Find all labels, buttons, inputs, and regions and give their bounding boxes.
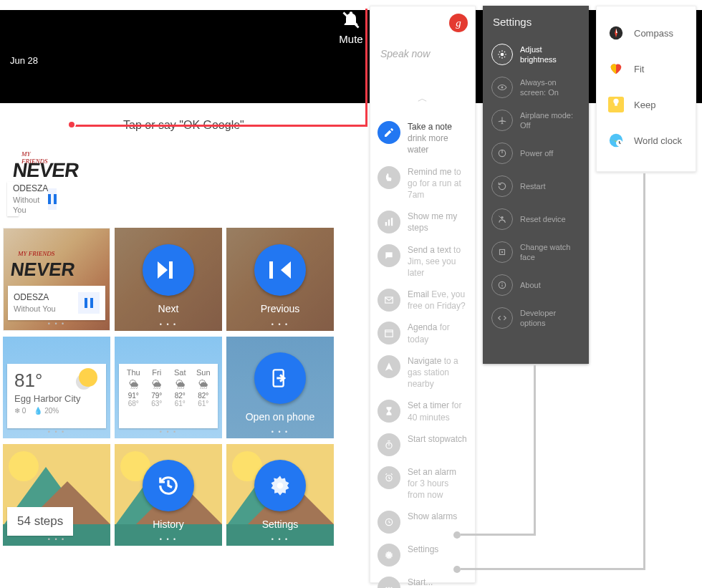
artwork-text: NEVER [11, 159, 80, 182]
open-on-phone-button[interactable] [254, 352, 306, 404]
voice-item[interactable]: Take a note drink more water [378, 121, 468, 156]
voice-item[interactable]: Show alarms [378, 511, 468, 534]
svg-rect-16 [385, 222, 387, 226]
info-icon [491, 274, 513, 296]
restart-icon [491, 175, 513, 197]
svg-marker-9 [158, 261, 168, 279]
svg-rect-5 [48, 194, 51, 204]
settings-item[interactable]: Developer options [490, 302, 582, 334]
compass-icon [605, 22, 627, 44]
next-button[interactable] [143, 244, 194, 296]
voice-item[interactable]: Start stopwatch [378, 433, 468, 456]
settings-item[interactable]: Reset device [490, 203, 582, 236]
app-label: Compass [634, 28, 673, 39]
voice-item-text: Start... [408, 577, 433, 588]
page-dots: • • • [48, 428, 65, 435]
settings-item[interactable]: Airplane mode: Off [490, 104, 582, 137]
humidity-value: 20% [44, 407, 59, 415]
exit-icon [270, 368, 290, 388]
open-on-phone-tile[interactable]: Open on phone • • • [226, 337, 334, 438]
voice-item[interactable]: Settings [378, 544, 468, 567]
voice-item[interactable]: Navigate to a gas station nearby [378, 355, 468, 390]
app-item[interactable]: World clock [605, 130, 687, 151]
settings-item[interactable]: About [490, 269, 582, 302]
weather-tile[interactable]: 81° Egg Harbor City ❄ 0 💧 20% • • • [3, 337, 110, 438]
page-dots: • • • [271, 321, 289, 328]
connector-line [72, 125, 365, 127]
app-item[interactable]: Keep [605, 94, 687, 115]
page-dots: • • • [48, 320, 65, 327]
settings-item-label: Change watch face [520, 242, 580, 263]
connector-line [643, 173, 645, 570]
history-button[interactable] [143, 460, 194, 511]
forecast-day: Sat🌦82°61° [168, 368, 192, 424]
settings-item[interactable]: Restart [490, 170, 582, 203]
settings-tile[interactable]: Settings • • • [226, 444, 334, 546]
voice-item-text: Navigate to a gas station nearby [408, 355, 468, 390]
location-label: Egg Harbor City [14, 393, 99, 404]
voice-item-text: Settings [408, 544, 438, 555]
keep-icon [605, 94, 627, 115]
prev-button[interactable] [254, 244, 306, 296]
fit-icon [605, 58, 627, 79]
forecast-day: Thu🌦91°68° [122, 368, 145, 424]
voice-item[interactable]: Email Eve, you free on Friday? [378, 289, 468, 312]
weather-card: 81° Egg Harbor City ❄ 0 💧 20% [7, 364, 106, 428]
voice-item[interactable]: Send a text to Jim, see you later [378, 244, 468, 279]
voice-item[interactable]: Set a timer for 40 minutes [378, 400, 468, 423]
now-playing-card[interactable]: ODESZA Without You [8, 286, 105, 320]
stopwatch-icon [378, 433, 400, 456]
history-tile[interactable]: History • • • [115, 444, 222, 546]
settings-item[interactable]: Always-on screen: On [490, 71, 582, 104]
svg-point-48 [501, 251, 503, 253]
forecast-tile[interactable]: Thu🌦91°68°Fri🌦79°63°Sat🌦82°61°Sun🌦82°61°… [115, 337, 222, 438]
track-label: Without You [14, 304, 56, 314]
artist-label: ODESZA [13, 183, 48, 195]
settings-item-label: Developer options [520, 308, 580, 329]
settings-button[interactable] [254, 460, 306, 511]
app-item[interactable]: Fit [605, 58, 687, 79]
voice-item[interactable]: Show me my steps [378, 211, 468, 233]
svg-line-40 [499, 57, 500, 57]
app-label: World clock [634, 135, 682, 146]
voice-item-text: Start stopwatch [408, 433, 467, 445]
worldclock-icon [605, 130, 627, 151]
connector-dot [453, 531, 461, 539]
settings-item[interactable]: Power off [490, 137, 582, 170]
skip-prev-icon [269, 261, 291, 279]
now-playing-card[interactable]: ODESZA Without You [7, 182, 19, 216]
settings-item[interactable]: Change watch face [490, 236, 582, 269]
chevron-up-icon[interactable]: ︿ [418, 92, 428, 105]
media-next-tile[interactable]: Next • • • [115, 228, 222, 331]
airplane-icon [491, 110, 513, 131]
voice-item[interactable]: Remind me to go for a run at 7am [378, 166, 468, 201]
connector-dot [453, 566, 461, 573]
gear-icon [378, 544, 400, 567]
connector-line [461, 534, 536, 536]
voice-item[interactable]: Start... [378, 577, 468, 588]
voice-command-list: Take a note drink more waterRemind me to… [378, 121, 468, 588]
temperature: 81° [14, 370, 42, 392]
voice-item[interactable]: Set an alarm for 3 hours from now [378, 466, 468, 501]
sun-icon [79, 368, 97, 387]
steps-tile[interactable]: 54 steps • • • [3, 444, 110, 546]
media-prev-tile[interactable]: Previous • • • [226, 228, 334, 331]
pause-button[interactable] [78, 292, 100, 314]
pause-button[interactable] [48, 188, 57, 210]
brightness-icon [491, 44, 513, 65]
app-item[interactable]: Compass [605, 22, 687, 44]
page-dots: • • • [160, 428, 177, 435]
settings-item-label: Adjust brightness [520, 44, 580, 65]
google-badge[interactable]: g [449, 14, 468, 32]
voice-item-text: Remind me to go for a run at 7am [408, 166, 468, 201]
svg-rect-6 [54, 194, 57, 204]
settings-item[interactable]: Adjust brightness [490, 38, 582, 71]
voice-item[interactable]: Agenda for today [378, 322, 468, 344]
voice-item-text: Send a text to Jim, see you later [408, 244, 468, 279]
voice-item-text: Agenda for today [408, 322, 468, 344]
svg-point-42 [501, 87, 504, 89]
gear-icon [269, 475, 291, 496]
now-playing-tile[interactable]: MY FRIENDS NEVER ODESZA Without You • • … [3, 228, 110, 331]
voice-item-text: Set an alarm for 3 hours from now [408, 466, 468, 501]
precip-value: 0 [22, 407, 27, 415]
